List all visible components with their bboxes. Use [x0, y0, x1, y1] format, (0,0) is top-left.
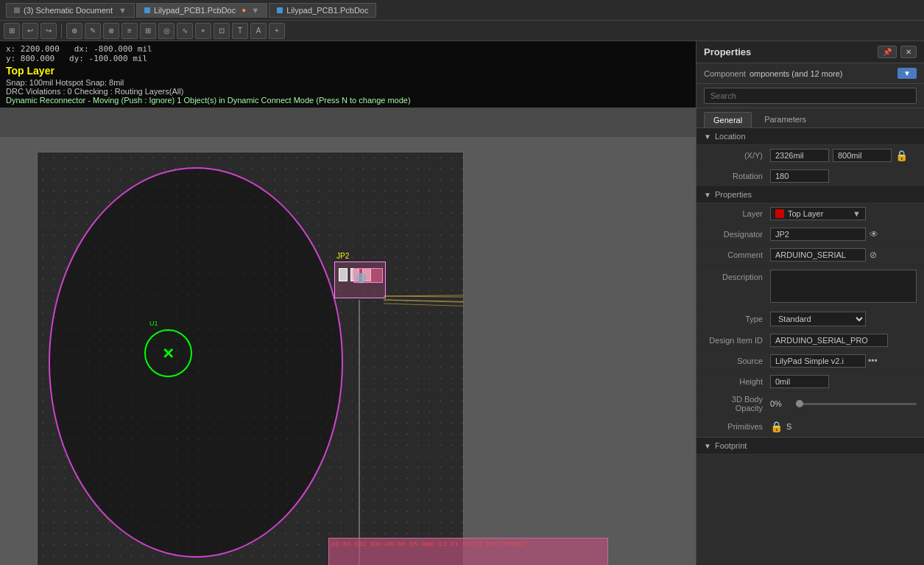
- toolbar: ⊞ ↩ ↪ ⊕ ✎ ⊗ ≡ ⊞ ◎ ∿ ⌖ ⊡ T A +: [0, 21, 924, 41]
- pcb-icon-b: [277, 7, 283, 13]
- comp-label-c2: C2: [475, 541, 482, 547]
- comment-input[interactable]: [770, 248, 866, 262]
- x-input[interactable]: [770, 149, 829, 162]
- pin-button[interactable]: 📌: [878, 46, 897, 58]
- rotation-label: Rotation: [704, 172, 770, 180]
- rotation-input[interactable]: [770, 169, 829, 183]
- comp-label-d6: D6: [398, 541, 405, 547]
- xy-lock-icon[interactable]: 🔒: [895, 150, 908, 161]
- designator-eye-icon[interactable]: 👁: [870, 229, 878, 239]
- toolbar-btn-3[interactable]: ↪: [40, 23, 57, 39]
- layer-label: Top Layer: [6, 65, 690, 77]
- toolbar-btn-2[interactable]: ↩: [22, 23, 38, 39]
- layer-label: Layer: [704, 209, 770, 218]
- close-button[interactable]: ✕: [900, 46, 917, 58]
- panel-title: Properties: [704, 46, 751, 57]
- design-item-input[interactable]: [770, 334, 888, 347]
- design-item-label: Design Item ID: [704, 336, 770, 345]
- y-input[interactable]: [833, 149, 892, 162]
- toolbar-btn-4[interactable]: ⊕: [66, 23, 82, 39]
- status-overlay: x: 2200.000 dx: -800.000 mil y: 800.000 …: [0, 41, 696, 108]
- opacity-slider[interactable]: [796, 403, 917, 405]
- primitives-lock-icon[interactable]: 🔒: [770, 421, 783, 432]
- footprint-section: ▼ Footprint: [696, 437, 924, 455]
- location-section-header[interactable]: ▼ Location: [696, 128, 924, 145]
- property-tabs: General Parameters: [696, 108, 924, 128]
- rotation-row: Rotation: [696, 166, 924, 186]
- component-u1[interactable]: U1 ✕: [144, 329, 192, 377]
- layer-dropdown[interactable]: Top Layer ▼: [770, 207, 866, 220]
- layer-dropdown-wrapper: Top Layer ▼: [770, 207, 917, 220]
- drc-info: DRC Violations : 0 Checking : Routing La…: [6, 87, 690, 96]
- comp-label-d11: D11: [355, 541, 366, 547]
- canvas-area[interactable]: x: 2200.000 dx: -800.000 mil y: 800.000 …: [0, 41, 696, 565]
- comp-label-c3: C3: [439, 541, 446, 547]
- height-value-wrapper: [770, 375, 917, 388]
- height-row: Height: [696, 371, 924, 392]
- source-label: Source: [704, 357, 770, 365]
- comment-label: Comment: [704, 250, 770, 259]
- tab-parameters[interactable]: Parameters: [755, 112, 815, 127]
- toolbar-btn-9[interactable]: ◎: [158, 23, 174, 39]
- search-box: [696, 84, 924, 108]
- description-textarea[interactable]: [770, 270, 917, 303]
- height-input[interactable]: [770, 375, 829, 388]
- source-input[interactable]: [770, 354, 866, 368]
- filter-button[interactable]: ▼: [897, 68, 917, 79]
- bottom-component-strip[interactable]: D2 R1 D11 D10 D9 D6 D5 GND C3 C1 Y1 C2 V…: [328, 538, 608, 565]
- opacity-value: 0%: [770, 399, 792, 408]
- toolbar-btn-14[interactable]: A: [250, 23, 267, 39]
- location-section: ▼ Location (X/Y) 🔒 Rotation: [696, 128, 924, 186]
- tab-modified-indicator: ●: [241, 6, 246, 14]
- properties-section-header[interactable]: ▼ Properties: [696, 186, 924, 203]
- tab-pcb1b[interactable]: Lilypad_PCB1.PcbDoc: [269, 3, 376, 18]
- pcb-outline-circle: [49, 167, 343, 558]
- tab-schematic[interactable]: (3) Schematic Document ▼: [6, 3, 135, 18]
- toolbar-btn-15[interactable]: +: [269, 23, 285, 39]
- toolbar-btn-12[interactable]: ⊡: [214, 23, 230, 39]
- footprint-section-header[interactable]: ▼ Footprint: [696, 438, 924, 455]
- component-filter-label: Component: [704, 69, 746, 78]
- comp-label-d10: D10: [370, 541, 381, 547]
- top-tab-bar: (3) Schematic Document ▼ Lilypad_PCB1.Pc…: [0, 0, 924, 21]
- properties-section: ▼ Properties Layer Top Layer ▼ Designato…: [696, 186, 924, 437]
- search-input[interactable]: [704, 88, 917, 104]
- comp-label-d9: D9: [386, 541, 393, 547]
- svg-line-2: [384, 292, 463, 296]
- component-filter-value: omponents (and 12 more): [750, 69, 894, 78]
- right-properties-panel: Properties 📌 ✕ Component omponents (and …: [696, 41, 924, 565]
- primitives-label: Primitives: [704, 422, 770, 431]
- tab-pcb1[interactable]: Lilypad_PCB1.PcbDoc ● ▼: [136, 3, 267, 18]
- design-item-row: Design Item ID: [696, 330, 924, 351]
- toolbar-btn-11[interactable]: ⌖: [195, 23, 211, 39]
- type-select[interactable]: Standard: [770, 312, 866, 326]
- xy-label: (X/Y): [704, 151, 770, 160]
- designator-row: Designator 👁: [696, 224, 924, 245]
- jp2-label: JP2: [336, 252, 349, 260]
- pcb-board[interactable]: U1 ✕ JP2 ⊕: [37, 152, 464, 565]
- body-opacity-value-wrapper: 0%: [770, 399, 917, 408]
- jp2-selection[interactable]: JP2 ⊕: [334, 262, 386, 298]
- xy-values: 🔒: [770, 149, 917, 162]
- pcb-canvas[interactable]: U1 ✕ JP2 ⊕: [0, 137, 696, 565]
- toolbar-btn-5[interactable]: ✎: [85, 23, 101, 39]
- toolbar-btn-10[interactable]: ∿: [177, 23, 193, 39]
- tab-dropdown-icon[interactable]: ▼: [119, 6, 127, 15]
- svg-line-3: [384, 300, 463, 311]
- tab-pcb1-label: Lilypad_PCB1.PcbDoc: [154, 6, 236, 15]
- toolbar-btn-7[interactable]: ≡: [121, 23, 138, 39]
- opacity-thumb[interactable]: [796, 400, 803, 407]
- footprint-arrow: ▼: [704, 442, 711, 450]
- comp-label-y1: Y1: [463, 541, 470, 547]
- dynamic-info: Dynamic Reconnector - Moving (Push : Ign…: [6, 96, 690, 105]
- toolbar-btn-6[interactable]: ⊗: [103, 23, 119, 39]
- source-more-button[interactable]: •••: [868, 356, 878, 366]
- panel-header: Properties 📌 ✕: [696, 41, 924, 63]
- toolbar-btn-8[interactable]: ⊞: [140, 23, 156, 39]
- toolbar-btn-1[interactable]: ⊞: [4, 23, 20, 39]
- tab-pcb1-dropdown[interactable]: ▼: [251, 6, 259, 15]
- designator-input[interactable]: [770, 228, 866, 241]
- tab-general[interactable]: General: [704, 112, 752, 127]
- comment-visibility-icon[interactable]: ⊘: [870, 250, 877, 260]
- toolbar-btn-13[interactable]: T: [232, 23, 248, 39]
